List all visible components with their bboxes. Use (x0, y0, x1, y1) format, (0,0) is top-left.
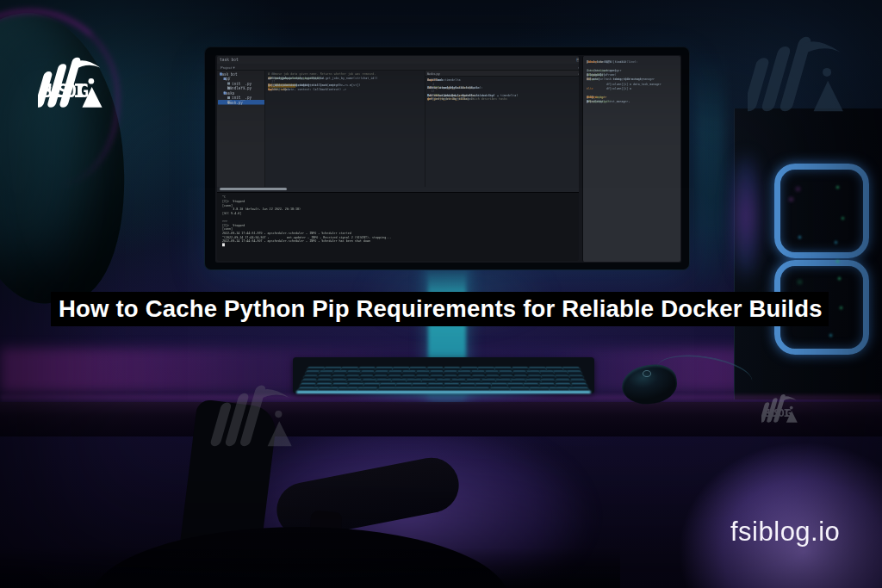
watermark-logo-mid-right: FSI BLOG (761, 379, 872, 437)
watermark-logo-mid-left (207, 382, 307, 448)
blog-hero-image: task_bot –▢× Project ▾ ⚙ – task_botapp__… (0, 0, 882, 588)
logo-mark-icon (207, 382, 307, 448)
logo-line2: BLOG (41, 82, 90, 101)
logo-mark-icon (748, 33, 853, 114)
headline-banner: How to Cache Python Pip Requirements for… (51, 292, 829, 326)
headline-text: How to Cache Python Pip Requirements for… (51, 295, 823, 323)
watermark-line2: BLOG (764, 408, 792, 419)
site-url: fsiblog.io (730, 517, 882, 558)
fsi-blog-logo: FSI BLOG (38, 46, 193, 117)
watermark-logo-top-right (748, 33, 853, 114)
